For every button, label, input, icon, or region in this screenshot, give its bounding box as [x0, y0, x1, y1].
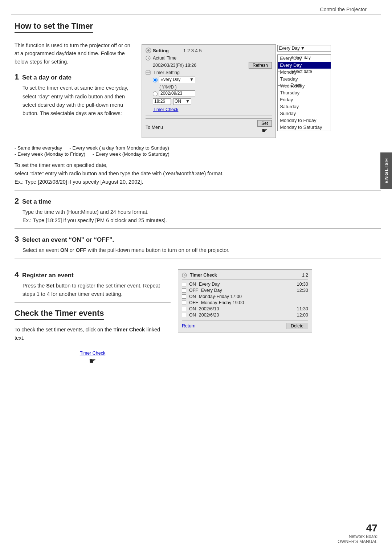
radio-date-label[interactable]: 2002/09/23 [153, 90, 195, 97]
svg-line-4 [148, 58, 149, 59]
day-option-monday-saturday: - Every week (Monday to Saturday) [93, 151, 170, 157]
actual-time-icon [146, 56, 151, 61]
setting-panel-tabs: 1 2 3 4 5 [183, 48, 202, 53]
intro-text: This function is used to turn the projec… [15, 41, 134, 66]
select-date-label: Select date [278, 69, 312, 74]
dropdown-option-saturday[interactable]: Saturday [278, 103, 331, 110]
refresh-button[interactable]: Refresh [249, 62, 272, 69]
svg-rect-5 [146, 71, 150, 74]
dropdown-option-thursday[interactable]: Thursday [278, 89, 331, 96]
tc-row-1: ON Every Day 10:30 [182, 282, 308, 287]
step3-body: Select an event ON or OFF with the pull-… [23, 246, 381, 254]
date-instruction-line2: select "date" entry with radio button an… [15, 170, 381, 178]
tc-event-4: OFF [189, 300, 198, 305]
tc-checkbox-3[interactable] [182, 294, 186, 299]
tc-time-1: 10:30 [297, 282, 308, 287]
dropdown-option-friday[interactable]: Friday [278, 96, 331, 103]
setting-icon [146, 48, 151, 53]
tc-schedule-2: Every Day [201, 288, 222, 293]
radio-every-day-label[interactable]: Every Day ▼ [153, 77, 195, 83]
tc-event-3: ON [189, 294, 196, 299]
timer-check-link-footer[interactable]: Timer Check [80, 351, 105, 356]
date-input[interactable]: 2002/09/23 [159, 90, 195, 97]
date-instruction-line1: To set the timer event on specified date… [15, 161, 381, 170]
step3-section: 3 Select an event “ON” or “OFF”. Select … [15, 234, 381, 254]
dropdown-option-monday-saturday[interactable]: Monday to Saturday [278, 124, 331, 131]
tc-checkbox-6[interactable] [182, 313, 186, 317]
top-bar: Control the Projector [11, 0, 381, 15]
footer-subtitle-1: Network Board [338, 534, 377, 539]
to-menu-label: To Menu [146, 125, 163, 130]
timer-check-panel-tabs: 1 2 [302, 273, 308, 278]
event-dropdown[interactable]: ON ▼ [173, 98, 191, 105]
check-timer-section: Check the Timer events To check the set … [15, 309, 171, 366]
timer-check-block: Timer Check ☛ [15, 350, 171, 366]
setting-panel-wrapper: Setting 1 2 3 4 5 Actual Time 2002/03/23… [142, 44, 276, 142]
dropdown-top-bar[interactable]: Every Day ▼ [277, 45, 331, 52]
hand-cursor-icon: ☛ [15, 356, 171, 366]
step3-heading: 3 Select an event “ON” or “OFF”. [15, 234, 381, 244]
tc-checkbox-5[interactable] [182, 307, 186, 311]
timer-check-panel-title: Timer Check [190, 273, 217, 278]
setting-panel-title: Setting [153, 48, 169, 53]
tc-schedule-5: 2002/6/10 [199, 306, 219, 311]
day-options-row1: - Same time everyday - Every week ( a da… [15, 145, 381, 151]
tc-checkbox-1[interactable] [182, 282, 186, 286]
set-button[interactable]: Set [257, 120, 272, 127]
tc-event-6: ON [189, 313, 196, 318]
step1-heading: 1 Set a day or date [15, 72, 134, 82]
english-label: ENGLISH [384, 158, 389, 184]
tc-row-4: OFF Monday-Friday 19:00 [182, 300, 308, 305]
radio-date[interactable] [153, 91, 158, 96]
side-labels: Select day Select date Event [278, 55, 312, 88]
timer-setting-label: Timer Setting [153, 70, 182, 75]
tc-schedule-1: Every Day [199, 282, 220, 287]
cursor-hand-icon: ☛ [262, 127, 268, 135]
tc-return-label[interactable]: Return [182, 323, 196, 328]
date-instructions: To set the timer event on specified date… [15, 161, 381, 187]
tc-schedule-6: 2002/6/20 [199, 313, 219, 318]
timer-check-panel-icon [182, 273, 187, 278]
timer-check-link[interactable]: Timer Check [153, 107, 178, 112]
timer-setting-icon [146, 70, 151, 75]
tc-bottom: Return Delete [182, 321, 308, 329]
setting-panel: Setting 1 2 3 4 5 Actual Time 2002/03/23… [142, 44, 276, 138]
datetime-value: 2002/03/23(Fri) 18:26 [153, 63, 196, 68]
step4-heading: 4 Register an event [15, 270, 171, 279]
ymyd-label: ( Y/M/D ) [159, 85, 272, 90]
check-timer-title: Check the Timer events [15, 309, 104, 320]
timer-check-panel-wrapper: Timer Check 1 2 ON Every Day 10:30 OFF E… [178, 264, 381, 332]
tc-time-2: 12:30 [297, 288, 308, 293]
page-category: Control the Projector [320, 7, 367, 12]
day-option-every-week-sunday: - Every week ( a day from Monday to Sund… [69, 145, 169, 151]
actual-time-label: Actual Time [153, 56, 182, 61]
step2-body-line1: Type the time with (Hour:Minute) and 24 … [23, 208, 381, 216]
step4-section: 4 Register an event Press the Set button… [15, 270, 171, 298]
radio-every-day[interactable] [153, 78, 158, 82]
tc-row-2: OFF Every Day 12:30 [182, 288, 308, 293]
tc-row-3: ON Monday-Friday 17:00 [182, 294, 308, 299]
step2-section: 2 Set a time Type the time with (Hour:Mi… [15, 196, 381, 225]
tc-checkbox-2[interactable] [182, 288, 186, 293]
event-label: Event [278, 83, 312, 88]
tc-checkbox-4[interactable] [182, 301, 186, 305]
dropdown-option-monday-friday[interactable]: Monday to Friday [278, 117, 331, 124]
day-option-same-time: - Same time everyday [15, 145, 62, 151]
time-input[interactable]: 18:26 [153, 98, 171, 105]
date-instruction-line3: Ex.: Type [2002/08/20] if you specify [A… [15, 178, 381, 186]
step4-body: Press the Set button to register the set… [23, 282, 171, 298]
tc-time-6: 12:00 [297, 313, 308, 318]
tc-row-5: ON 2002/6/10 11:30 [182, 306, 308, 311]
section-title-how-to-set-timer: How to set the Timer [15, 21, 93, 33]
tc-event-2: OFF [189, 288, 198, 293]
check-timer-body: To check the set timer events, click on … [15, 326, 171, 342]
dropdown-option-sunday[interactable]: Sunday [278, 110, 331, 117]
step2-heading: 2 Set a time [15, 196, 381, 206]
timer-check-panel: Timer Check 1 2 ON Every Day 10:30 OFF E… [178, 269, 312, 332]
tc-delete-button[interactable]: Delete [286, 323, 308, 329]
tc-event-1: ON [189, 282, 196, 287]
footer-subtitle-2: OWNER'S MANUAL [338, 539, 377, 544]
day-option-monday-friday: - Every week (Monday to Friday) [15, 151, 85, 157]
every-day-input: Every Day ▼ [159, 77, 195, 83]
tc-schedule-4: Monday-Friday 19:00 [201, 300, 244, 305]
